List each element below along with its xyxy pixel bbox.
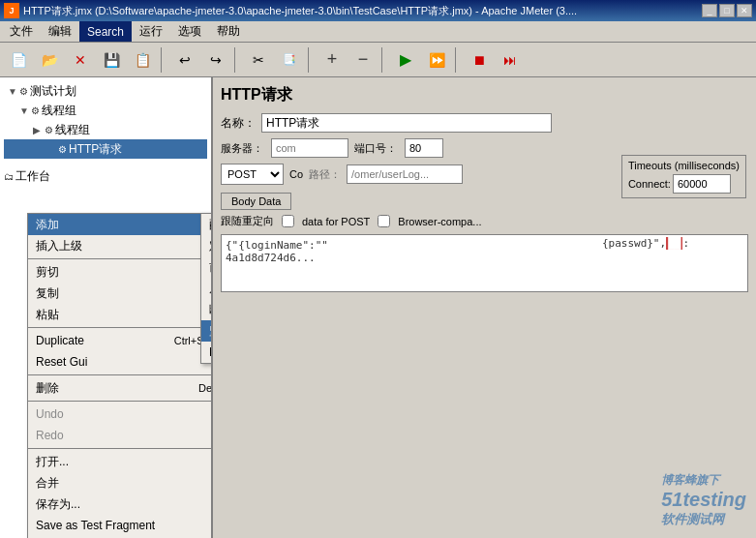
shutdown-button[interactable]: ⏭ xyxy=(496,46,525,74)
body-hint-label: 跟随重定向 xyxy=(221,214,274,228)
menu-bar: 文件 编辑 Search 运行 选项 帮助 xyxy=(0,21,756,43)
window-controls[interactable]: _ □ ✕ xyxy=(702,4,752,17)
save-button[interactable]: 💾 xyxy=(97,46,126,74)
menu-options[interactable]: 选项 xyxy=(170,21,209,42)
main-layout: ▼ ⚙ 测试计划 ▼ ⚙ 线程组 ▶ ⚙ 线程组 ⚙ HTTP请求 xyxy=(0,77,756,538)
port-input[interactable] xyxy=(405,138,443,158)
right-panel-inner: HTTP请求 名称： Timeouts (milliseconds) Conne… xyxy=(213,77,756,300)
cm-open[interactable]: 打开... xyxy=(28,451,213,472)
cm-delete[interactable]: 删除 Delete xyxy=(28,377,213,399)
timeout-label: Timeouts (milliseconds) xyxy=(628,160,740,171)
menu-edit[interactable]: 编辑 xyxy=(41,21,79,42)
name-row: 名称： xyxy=(221,113,748,133)
startno-button[interactable]: ⏩ xyxy=(422,46,451,74)
watermark-line2: 51testing xyxy=(661,489,746,511)
timeout-box: Timeouts (milliseconds) Connect: xyxy=(621,155,746,198)
copy-button[interactable]: 📑 xyxy=(275,46,304,74)
body-content-area: {"{loginName":"" 4a1d8d724d6... {passwd}… xyxy=(221,234,748,292)
cm-sep-1 xyxy=(28,258,213,259)
panel-title: HTTP请求 xyxy=(221,85,748,105)
path-input[interactable] xyxy=(347,164,463,184)
context-menu: 添加 ▶ 插入上级 ▶ 剪切 Ctrl-X 复制 Ctrl-C 粘贴 xyxy=(27,213,213,538)
connect-input[interactable] xyxy=(673,174,731,194)
close-button[interactable]: ✕ xyxy=(66,46,95,74)
cm-undo: Undo xyxy=(28,404,213,425)
redo-button[interactable]: ↪ xyxy=(201,46,230,74)
cm-reset-gui[interactable]: Reset Gui xyxy=(28,351,213,373)
cm-save-as[interactable]: 保存为... xyxy=(28,493,213,515)
toolbar: 📄 📂 ✕ 💾 📋 ↩ ↪ ✂ 📑 + − ▶ ⏩ ⏹ ⏭ xyxy=(0,43,756,77)
menu-help[interactable]: 帮助 xyxy=(209,21,248,42)
toolbar-sep-5 xyxy=(455,47,461,73)
body-line-2: 4a1d8d724d6... xyxy=(226,252,743,264)
cm-duplicate[interactable]: Duplicate Ctrl+Shift-C xyxy=(28,330,213,351)
port-label: 端口号： xyxy=(354,141,397,156)
minimize-button[interactable]: _ xyxy=(702,4,717,17)
watermark-line3: 软件测试网 xyxy=(661,511,746,528)
add-button[interactable]: + xyxy=(318,46,347,74)
passwd-hint: {passwd}",██: xyxy=(602,237,689,250)
window-title: HTTP请求.jmx (D:\Software\apache-jmeter-3.… xyxy=(23,4,702,18)
browser-compat-checkbox[interactable] xyxy=(378,215,390,227)
browser-compat-label: Browser-compa... xyxy=(398,216,481,227)
sm1-listener[interactable]: 监听器 ▶ xyxy=(201,320,213,342)
sm1-assertion[interactable]: 断言 ▶ xyxy=(201,299,213,320)
right-panel: HTTP请求 名称： Timeouts (milliseconds) Conne… xyxy=(213,77,756,538)
server-label: 服务器： xyxy=(221,141,263,156)
toolbar-sep-3 xyxy=(308,47,314,73)
context-menu-overlay: 添加 ▶ 插入上级 ▶ 剪切 Ctrl-X 复制 Ctrl-C 粘贴 xyxy=(0,77,211,538)
name-input[interactable] xyxy=(261,113,552,133)
cm-copy[interactable]: 复制 Ctrl-C xyxy=(28,283,213,304)
remove-button[interactable]: − xyxy=(348,46,378,74)
server-input[interactable] xyxy=(271,138,348,158)
toolbar-sep-4 xyxy=(381,47,387,73)
cut-button[interactable]: ✂ xyxy=(244,46,273,74)
cm-save-fragment[interactable]: Save as Test Fragment xyxy=(28,515,213,536)
menu-file[interactable]: 文件 xyxy=(2,21,41,42)
cm-sep-3 xyxy=(28,374,213,375)
cm-merge[interactable]: 合并 xyxy=(28,472,213,493)
saveas-button[interactable]: 📋 xyxy=(128,46,157,74)
redirect-checkbox[interactable] xyxy=(282,215,294,227)
cm-insert-parent[interactable]: 插入上级 ▶ xyxy=(28,235,213,256)
watermark: 博客蜂旗下 51testing 软件测试网 xyxy=(661,472,746,528)
close-window-button[interactable]: ✕ xyxy=(737,4,752,17)
cm-redo: Redo xyxy=(28,425,213,446)
sm1-httpclient[interactable]: HttpClient4 xyxy=(201,342,213,363)
sm1-timer[interactable]: 定时器 ▶ xyxy=(201,235,213,256)
body-data-tab[interactable]: Body Data xyxy=(221,193,291,210)
menu-run[interactable]: 运行 xyxy=(132,21,170,42)
sm1-post-processor[interactable]: 后置处理器 ▶ xyxy=(201,278,213,299)
cm-add[interactable]: 添加 ▶ xyxy=(28,214,213,235)
cm-sep-2 xyxy=(28,327,213,328)
name-label: 名称： xyxy=(221,115,256,132)
maximize-button[interactable]: □ xyxy=(719,4,735,17)
cm-sep-4 xyxy=(28,401,213,402)
app-icon: J xyxy=(4,3,19,18)
path-label: 路径： xyxy=(309,167,341,182)
sm1-config[interactable]: 配置元件 ▶ xyxy=(201,214,213,235)
sm1-pre-processor[interactable]: 前置处理器 ▶ xyxy=(201,256,213,278)
new-button[interactable]: 📄 xyxy=(4,46,33,74)
title-bar: J HTTP请求.jmx (D:\Software\apache-jmeter-… xyxy=(0,0,756,21)
co-label: Co xyxy=(289,168,303,180)
menu-search[interactable]: Search xyxy=(79,21,132,42)
post-hint-label: data for POST xyxy=(302,216,370,227)
toolbar-sep-1 xyxy=(161,47,166,73)
method-select[interactable]: POST GET PUT DELETE xyxy=(221,164,284,185)
cm-sep-5 xyxy=(28,448,213,449)
cm-paste[interactable]: 粘贴 Ctrl-V xyxy=(28,304,213,325)
stop-button[interactable]: ⏹ xyxy=(465,46,494,74)
checkbox-row: 跟随重定向 data for POST Browser-compa... xyxy=(221,214,748,228)
start-button[interactable]: ▶ xyxy=(391,46,420,74)
watermark-line1: 博客蜂旗下 xyxy=(661,472,746,489)
cm-cut[interactable]: 剪切 Ctrl-X xyxy=(28,261,213,283)
toolbar-sep-2 xyxy=(234,47,240,73)
undo-button[interactable]: ↩ xyxy=(170,46,199,74)
left-panel: ▼ ⚙ 测试计划 ▼ ⚙ 线程组 ▶ ⚙ 线程组 ⚙ HTTP请求 xyxy=(0,77,213,538)
open-button[interactable]: 📂 xyxy=(35,46,64,74)
submenu-add: 配置元件 ▶ 定时器 ▶ 前置处理器 ▶ 后置处理器 ▶ 断言 ▶ xyxy=(200,213,213,364)
connect-label: Connect: xyxy=(628,178,671,190)
